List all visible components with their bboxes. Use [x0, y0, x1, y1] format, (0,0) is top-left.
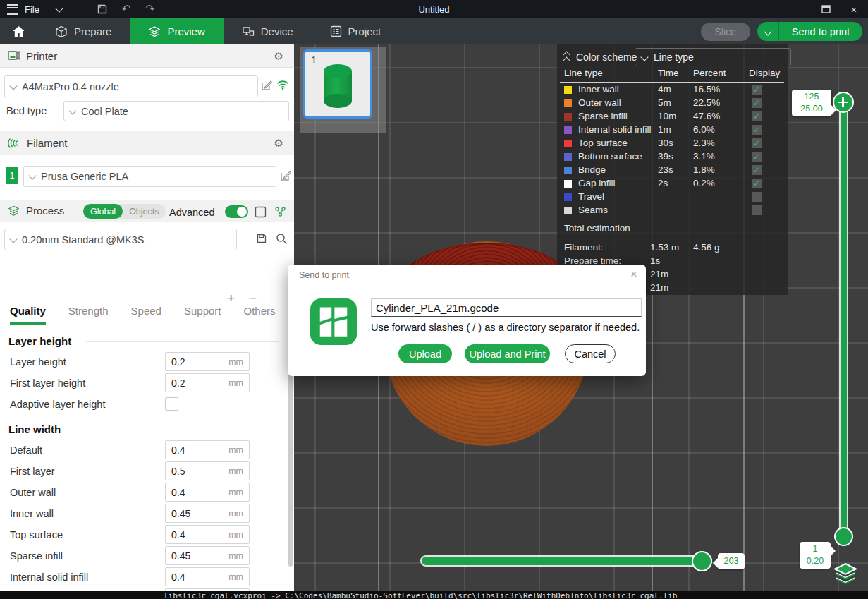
tab-preview-label: Preview — [167, 25, 204, 37]
linetype-time: 1m — [658, 124, 671, 135]
linetype-color-swatch — [564, 193, 572, 201]
group-title: Layer height — [8, 335, 285, 347]
linetype-time: 30s — [658, 138, 673, 148]
console-output: libslic3r_cgal.vcxproj -> C:\Codes\Bambu… — [164, 591, 677, 599]
move-slider-handle[interactable] — [692, 551, 712, 571]
layer-number: 125 — [792, 91, 831, 103]
parameter-table-icon[interactable] — [274, 205, 286, 218]
setting-input[interactable]: 0.4mm — [165, 525, 250, 544]
display-checkbox[interactable] — [752, 85, 762, 95]
setting-input[interactable]: 0.2mm — [165, 352, 250, 371]
redo-icon[interactable]: ↷ — [142, 2, 159, 16]
plate-thumbnail[interactable]: 1 — [303, 49, 372, 119]
move-slider-track[interactable] — [422, 557, 711, 565]
linetype-color-swatch — [564, 99, 572, 107]
tab-quality[interactable]: Quality — [10, 301, 46, 325]
send-to-print-button[interactable]: Send to print — [779, 22, 862, 41]
dialog-title: Send to print — [299, 270, 349, 280]
setting-input[interactable]: 0.45mm — [165, 504, 250, 523]
layer-height-value: 25.00 — [792, 103, 831, 115]
scope-global-button[interactable]: Global — [83, 204, 123, 219]
filament-settings-gear-icon[interactable]: ⚙ — [274, 138, 283, 148]
display-checkbox[interactable] — [752, 152, 762, 162]
linetype-percent: 3.1% — [693, 151, 715, 162]
filament-slot-badge[interactable]: 1 — [6, 167, 18, 184]
printer-preset-select[interactable]: A4MaxPro 0.4 nozzle — [4, 75, 258, 97]
layers-view-icon[interactable] — [832, 562, 859, 588]
tab-device[interactable]: Device — [224, 18, 312, 44]
titlebar: File ↶ ↷ Untitled – × — [0, 0, 868, 18]
display-checkbox[interactable] — [752, 111, 762, 121]
setting-input[interactable]: 0.45mm — [165, 546, 250, 565]
linetype-label: Inner wall — [578, 84, 619, 95]
scope-objects-button[interactable]: Objects — [123, 207, 165, 217]
filament-section-label: Filament — [27, 137, 68, 149]
undo-icon[interactable]: ↶ — [118, 2, 135, 16]
setting-unit: mm — [228, 466, 243, 476]
setting-input[interactable]: 0.2mm — [165, 373, 250, 392]
linetype-row: Inner wall4m16.5% — [557, 83, 788, 97]
tab-strength[interactable]: Strength — [68, 301, 109, 325]
thumbnail-cylinder-top — [324, 64, 352, 78]
setting-checkbox[interactable] — [165, 397, 178, 411]
slice-button[interactable]: Slice — [701, 23, 750, 41]
tab-support[interactable]: Support — [184, 301, 221, 325]
color-scheme-select[interactable]: Line type — [635, 48, 791, 66]
dialog-close-icon[interactable]: × — [630, 267, 637, 282]
linetype-time: 23s — [658, 164, 673, 175]
advanced-toggle[interactable] — [225, 205, 248, 218]
maximize-button[interactable] — [812, 0, 840, 18]
process-preset-select[interactable]: 0.20mm Standard @MK3S — [4, 229, 237, 250]
bed-type-select[interactable]: Cool Plate — [63, 101, 289, 121]
setting-input[interactable]: 0.4mm — [165, 440, 250, 459]
tab-prepare[interactable]: Prepare — [37, 18, 130, 44]
setting-row: Outer wall0.4mm — [0, 482, 285, 503]
edit-filament-icon[interactable] — [279, 169, 292, 182]
total-value-2: 4.56 g — [693, 242, 720, 253]
printer-section-label: Printer — [26, 50, 57, 62]
send-dropdown-button[interactable] — [757, 22, 779, 41]
close-button[interactable]: × — [840, 0, 868, 18]
file-menu[interactable]: File — [25, 4, 39, 15]
setting-input[interactable]: 0.4mm — [165, 483, 250, 502]
upload-and-print-button[interactable]: Upload and Print — [465, 344, 550, 363]
chevron-down-icon[interactable] — [55, 4, 63, 12]
setting-row: First layer0.5mm — [0, 461, 285, 482]
save-icon[interactable] — [94, 2, 111, 16]
printer-settings-gear-icon[interactable]: ⚙ — [274, 51, 283, 61]
layer-slider-bottom-handle[interactable] — [834, 527, 853, 546]
chevron-down-icon — [640, 53, 648, 61]
minimize-button[interactable]: – — [783, 0, 812, 18]
layer-slider-track[interactable] — [841, 102, 847, 538]
display-checkbox[interactable] — [752, 98, 762, 108]
edit-printer-icon[interactable] — [260, 79, 273, 92]
tab-project[interactable]: Project — [312, 18, 400, 44]
tab-others[interactable]: Others — [244, 301, 276, 325]
setting-value: 0.4 — [171, 487, 228, 498]
collapse-panel-icon[interactable] — [564, 52, 569, 63]
cancel-button[interactable]: Cancel — [565, 344, 616, 363]
display-checkbox[interactable] — [752, 125, 762, 135]
filament-preset-select[interactable]: Prusa Generic PLA — [23, 166, 276, 187]
setting-input[interactable]: 0.5mm — [165, 461, 250, 480]
filename-input[interactable] — [371, 298, 642, 317]
col-display: Display — [749, 68, 780, 78]
setting-row: Top surface0.4mm — [0, 524, 285, 545]
parameter-list-icon[interactable] — [254, 205, 267, 218]
linetype-row: Seams — [557, 204, 788, 217]
process-tabs: Quality Strength Speed Support Others — [0, 301, 294, 325]
save-preset-icon[interactable] — [255, 232, 268, 245]
upload-button[interactable]: Upload — [398, 344, 452, 363]
display-checkbox[interactable] — [752, 205, 762, 215]
setting-unit: mm — [228, 572, 243, 582]
display-checkbox[interactable] — [752, 165, 762, 175]
display-checkbox[interactable] — [752, 179, 762, 188]
display-checkbox[interactable] — [752, 138, 762, 148]
wifi-icon[interactable] — [276, 78, 289, 91]
display-checkbox[interactable] — [752, 192, 762, 202]
tab-speed[interactable]: Speed — [131, 301, 161, 325]
tab-preview[interactable]: Preview — [130, 18, 223, 44]
search-icon[interactable] — [275, 232, 288, 245]
setting-input[interactable]: 0.4mm — [165, 567, 250, 586]
home-button[interactable] — [0, 18, 37, 44]
